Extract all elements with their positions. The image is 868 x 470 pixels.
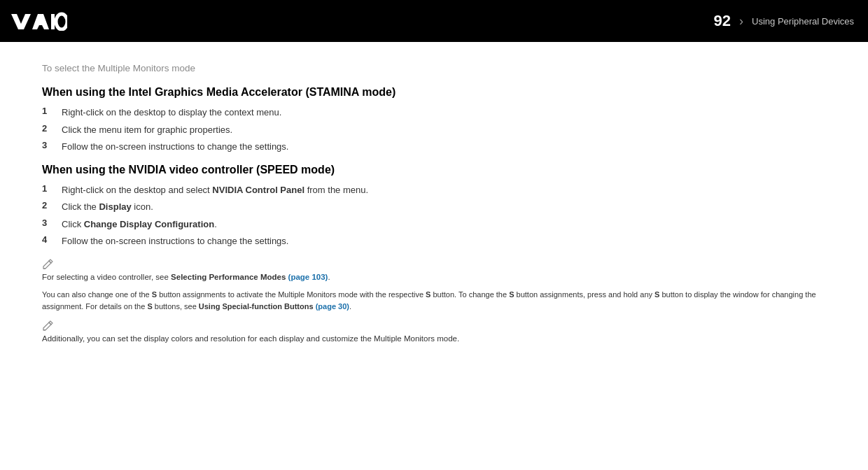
- header-arrow: ›: [739, 14, 743, 29]
- s-bold: S: [426, 290, 430, 299]
- step-text: Follow the on-screen instructions to cha…: [62, 140, 826, 154]
- svg-rect-4: [51, 14, 55, 29]
- pencil-icon-2: [42, 320, 826, 333]
- header: 92 › Using Peripheral Devices: [0, 0, 868, 42]
- step-text: Click the menu item for graphic properti…: [62, 123, 826, 137]
- section-intro: To select the Multiple Monitors mode: [42, 63, 826, 73]
- note1-section: For selecting a video controller, see Se…: [42, 258, 826, 313]
- section2-heading: When using the NVIDIA video controller (…: [42, 164, 826, 176]
- s-bold: S: [147, 302, 152, 311]
- note2-link[interactable]: (page 30): [316, 302, 349, 311]
- step-text: Follow the on-screen instructions to cha…: [62, 234, 826, 248]
- note1-bold: Selecting Performance Modes: [171, 273, 286, 281]
- main-content: To select the Multiple Monitors mode Whe…: [0, 42, 868, 470]
- note2-bold-link: Using Special-function Buttons: [199, 302, 314, 311]
- step-num: 1: [42, 106, 62, 116]
- step-text: Click Change Display Configuration.: [62, 218, 826, 232]
- step-1-2: 2 Click the menu item for graphic proper…: [42, 123, 826, 137]
- page-number: 92: [714, 12, 731, 30]
- step-num: 3: [42, 218, 62, 228]
- step-2-2: 2 Click the Display icon.: [42, 200, 826, 214]
- step-num: 2: [42, 123, 62, 134]
- bold-text: NVIDIA Control Panel: [212, 185, 304, 195]
- logo-area: [11, 11, 67, 31]
- step-text: Right-click on the desktop to display th…: [62, 106, 826, 120]
- step-num: 1: [42, 183, 62, 194]
- note1-link[interactable]: (page 103): [288, 273, 328, 281]
- step-text: Click the Display icon.: [62, 200, 826, 214]
- note2-text: You can also change one of the S button …: [42, 289, 826, 313]
- section1-heading: When using the Intel Graphics Media Acce…: [42, 86, 826, 99]
- step-2-4: 4 Follow the on-screen instructions to c…: [42, 234, 826, 248]
- header-section-title: Using Peripheral Devices: [752, 16, 854, 27]
- section1-steps: 1 Right-click on the desktop to display …: [42, 106, 826, 154]
- step-text: Right-click on the desktop and select NV…: [62, 183, 826, 197]
- step-2-1: 1 Right-click on the desktop and select …: [42, 183, 826, 197]
- step-num: 2: [42, 200, 62, 211]
- note-pencil-icon: [42, 258, 53, 269]
- svg-rect-3: [38, 21, 43, 23]
- s-bold: S: [654, 290, 659, 299]
- svg-marker-0: [11, 14, 31, 29]
- step-num: 4: [42, 234, 62, 245]
- note-pencil-icon-2: [42, 320, 53, 331]
- header-right: 92 › Using Peripheral Devices: [714, 12, 854, 30]
- step-1-1: 1 Right-click on the desktop to display …: [42, 106, 826, 120]
- step-1-3: 3 Follow the on-screen instructions to c…: [42, 140, 826, 154]
- note3-text: Additionally, you can set the display co…: [42, 333, 826, 345]
- pencil-icon: [42, 258, 826, 271]
- vaio-logo-icon: [11, 11, 67, 31]
- step-num: 3: [42, 140, 62, 150]
- svg-point-5: [56, 14, 67, 29]
- step-2-3: 3 Click Change Display Configuration.: [42, 218, 826, 232]
- note1-text: For selecting a video controller, see Se…: [42, 271, 826, 283]
- s-bold: S: [509, 290, 514, 299]
- bold-text: Display: [99, 201, 131, 212]
- section2-steps: 1 Right-click on the desktop and select …: [42, 183, 826, 248]
- s-bold: S: [152, 290, 157, 299]
- bold-text: Change Display Configuration: [84, 219, 214, 229]
- note3-section: Additionally, you can set the display co…: [42, 320, 826, 345]
